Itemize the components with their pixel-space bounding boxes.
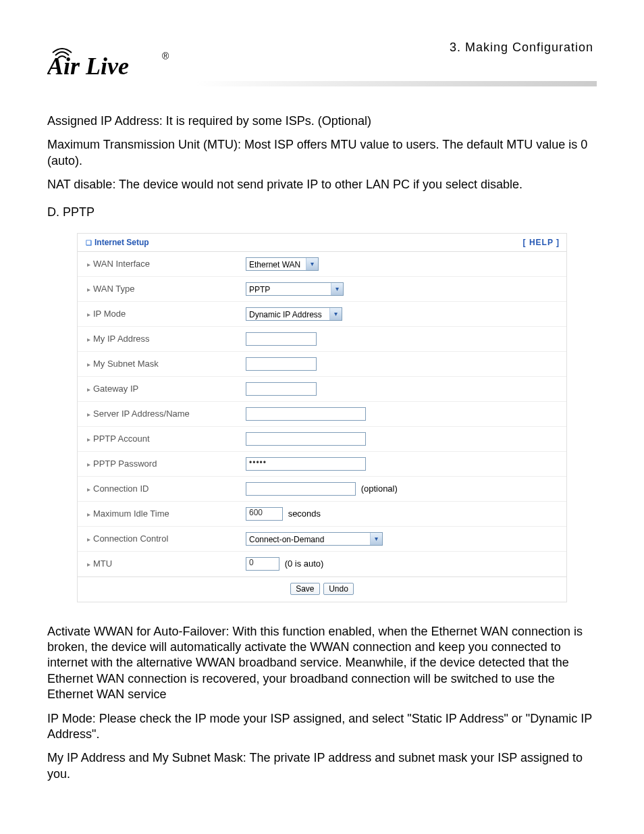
svg-text:Air Live: Air Live [47, 53, 129, 80]
chevron-down-icon: ▾ [306, 258, 318, 270]
select-connection-control[interactable]: Connect-on-Demand▾ [246, 532, 383, 546]
chapter-title: 3. Making Configuration [450, 41, 593, 55]
panel-title: ❏Internet Setup [86, 238, 149, 247]
internet-setup-panel: ❏Internet Setup [ HELP ] ▸WAN Interface … [77, 233, 567, 602]
input-gateway-ip[interactable] [246, 382, 317, 396]
label-pptp-password: ▸PPTP Password [83, 459, 246, 469]
chevron-down-icon: ▾ [331, 283, 343, 295]
input-my-ip[interactable] [246, 332, 317, 346]
chevron-down-icon: ▾ [329, 308, 342, 320]
label-ip-mode: ▸IP Mode [83, 309, 246, 319]
after-para-2: IP Mode: Please check the IP mode your I… [47, 711, 597, 743]
label-my-ip: ▸My IP Address [83, 334, 246, 344]
input-mtu[interactable]: 0 [246, 557, 279, 571]
hint-mtu-auto: (0 is auto) [285, 558, 324, 569]
input-max-idle[interactable]: 600 [246, 507, 283, 521]
label-wan-interface: ▸WAN Interface [83, 259, 246, 269]
input-pptp-password[interactable]: ••••• [246, 457, 366, 471]
select-ip-mode[interactable]: Dynamic IP Address▾ [246, 307, 342, 321]
intro-para-2: Maximum Transmission Unit (MTU): Most IS… [47, 137, 597, 169]
intro-para-3: NAT disable: The device would not send p… [47, 177, 597, 192]
intro-para-1: Assigned IP Address: It is required by s… [47, 113, 597, 129]
input-my-subnet[interactable] [246, 357, 317, 371]
label-pptp-account: ▸PPTP Account [83, 434, 246, 444]
label-my-subnet: ▸My Subnet Mask [83, 359, 246, 369]
help-link[interactable]: [ HELP ] [523, 238, 560, 247]
label-gateway-ip: ▸Gateway IP [83, 384, 246, 394]
after-para-3: My IP Address and My Subnet Mask: The pr… [47, 750, 597, 782]
label-connection-control: ▸Connection Control [83, 533, 246, 544]
chevron-down-icon: ▾ [370, 533, 382, 545]
label-server-addr: ▸Server IP Address/Name [83, 409, 246, 419]
select-wan-interface[interactable]: Ethernet WAN▾ [246, 257, 319, 271]
input-server-addr[interactable] [246, 407, 366, 421]
hint-optional: (optional) [361, 484, 398, 494]
after-para-1: Activate WWAN for Auto-Failover: With th… [47, 624, 597, 703]
label-max-idle: ▸Maximum Idle Time [83, 509, 246, 519]
svg-text:®: ® [162, 51, 169, 61]
select-wan-type[interactable]: PPTP▾ [246, 282, 344, 296]
label-mtu: ▸MTU [83, 558, 246, 569]
input-pptp-account[interactable] [246, 432, 366, 446]
header-divider [196, 81, 597, 86]
input-connection-id[interactable] [246, 482, 356, 496]
label-connection-id: ▸Connection ID [83, 484, 246, 494]
undo-button[interactable]: Undo [323, 583, 354, 595]
panel-icon: ❏ [86, 239, 92, 246]
panel-title-text: Internet Setup [95, 238, 149, 247]
hint-seconds: seconds [288, 509, 321, 519]
section-heading-d: D. PPTP [47, 205, 597, 219]
save-button[interactable]: Save [290, 583, 319, 595]
label-wan-type: ▸WAN Type [83, 284, 246, 294]
